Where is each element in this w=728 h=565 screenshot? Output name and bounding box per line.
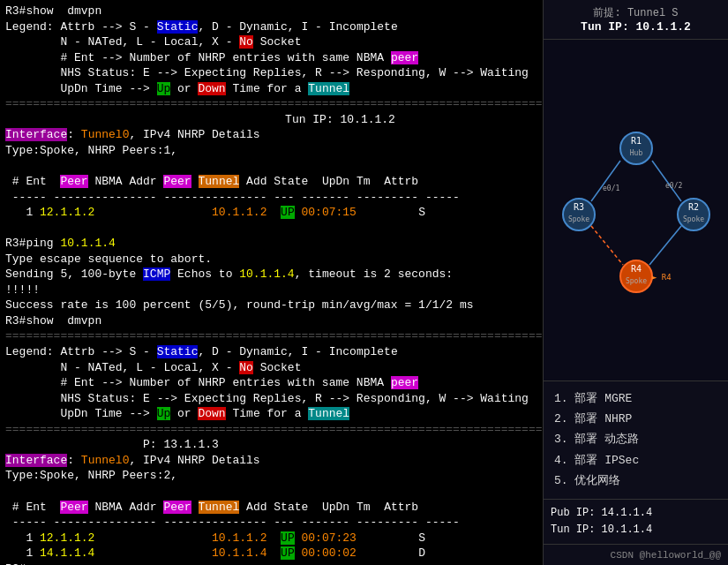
line-type1: Type:Spoke, NHRP Peers:1,: [5, 143, 537, 159]
svg-text:R2: R2: [687, 202, 698, 212]
line-header2: # Ent Peer NBMA Addr Peer Tunnel Add Sta…: [5, 500, 537, 516]
svg-text:R4: R4: [630, 264, 641, 274]
svg-text:Spoke: Spoke: [567, 215, 589, 223]
sidebar-bottom: Pub IP: 14.1.1.4 Tun IP: 10.1.1.4: [544, 499, 728, 544]
line-2: Legend: Attrb --> S - Static, D - Dynami…: [5, 19, 537, 35]
pub-ip: Pub IP: 14.1.1.4: [551, 505, 721, 522]
line-dashes1: ----- --------------- --------------- --…: [5, 190, 537, 206]
terminal: R3#show dmvpn Legend: Attrb --> S - Stat…: [0, 0, 543, 565]
line-blank2: [5, 221, 537, 237]
line-6: UpDn Time --> Up or Down Time for a Tunn…: [5, 81, 537, 97]
line-dots: !!!!!: [5, 282, 537, 298]
line-type2: Type:Spoke, NHRP Peers:2,: [5, 468, 537, 484]
svg-text:R1: R1: [630, 136, 641, 146]
line-legend2d: NHS Status: E --> Expecting Replies, R -…: [5, 391, 537, 407]
svg-text:Spoke: Spoke: [682, 215, 703, 223]
svg-line-15: [649, 226, 681, 265]
main-container: R3#show dmvpn Legend: Attrb --> S - Stat…: [0, 0, 728, 565]
line-4: # Ent --> Number of NHRP entries with sa…: [5, 50, 537, 66]
svg-line-12: [591, 161, 620, 201]
svg-text:e0/1: e0/1: [603, 185, 619, 192]
line-legend2a: Legend: Attrb --> S - Static, D - Dynami…: [5, 344, 537, 360]
sep1: ========================================…: [5, 96, 537, 112]
line-entry2a: 1 12.1.1.2 10.1.1.2 UP 00:07:23 S: [5, 531, 537, 546]
tun-ip: Tun IP: 10.1.1.2: [551, 20, 721, 34]
line-ping: R3#ping 10.1.1.4: [5, 236, 537, 252]
sidebar-top: 前提: Tunnel S Tun IP: 10.1.1.2: [544, 0, 728, 40]
svg-text:e0/2: e0/2: [665, 182, 682, 190]
line-prompt: R3#: [5, 561, 537, 565]
step-3: 3. 部署 动态路: [554, 429, 717, 449]
tunnel-label: 前提: Tunnel S: [551, 5, 721, 20]
step-5: 5. 优化网络: [554, 471, 717, 491]
step-2: 2. 部署 NHRP: [554, 409, 717, 429]
line-5: NHS Status: E --> Expecting Replies, R -…: [5, 65, 537, 81]
network-diagram: R1 Hub R3 Spoke R2 Spoke R4 Spoke: [544, 40, 728, 380]
line-show2: R3#show dmvpn: [5, 313, 537, 329]
line-blank3: [5, 484, 537, 500]
sep2: ========================================…: [5, 328, 537, 344]
sidebar: 前提: Tunnel S Tun IP: 10.1.1.2 R1 Hub R3 …: [543, 0, 728, 565]
line-legend2b: N - NATed, L - Local, X - No Socket: [5, 360, 537, 376]
line-legend2e: UpDn Time --> Up or Down Time for a Tunn…: [5, 406, 537, 422]
line-entry2b: 1 14.1.1.4 10.1.1.4 UP 00:00:02 D: [5, 546, 537, 561]
line-entry1: 1 12.1.1.2 10.1.1.2 UP 00:07:15 S: [5, 205, 537, 221]
svg-line-14: [591, 226, 623, 265]
line-sending: Sending 5, 100-byte ICMP Echos to 10.1.1…: [5, 267, 537, 282]
svg-text:R3: R3: [573, 202, 583, 212]
line-1: R3#show dmvpn: [5, 4, 537, 19]
svg-text:► R4: ► R4: [652, 273, 672, 282]
step-1: 1. 部署 MGRE: [554, 388, 717, 409]
line-blank1: [5, 158, 537, 174]
step-4: 4. 部署 IPSec: [554, 450, 717, 471]
tun-ip2: Tun IP: 10.1.1.4: [551, 522, 721, 539]
svg-text:Spoke: Spoke: [625, 277, 646, 285]
tun-header-1: Tun IP: 10.1.1.2: [5, 112, 537, 128]
line-dashes2: ----- --------------- --------------- --…: [5, 515, 537, 531]
line-3: N - NATed, L - Local, X - No Socket: [5, 34, 537, 50]
line-header1: # Ent Peer NBMA Addr Peer Tunnel Add Sta…: [5, 174, 537, 190]
line-iface1: Interface: Tunnel0, IPv4 NHRP Details: [5, 127, 537, 143]
line-iface2: Interface: Tunnel0, IPv4 NHRP Details: [5, 453, 537, 469]
sidebar-footer: CSDN @helloworld_@@: [544, 544, 728, 565]
sep3: ========================================…: [5, 422, 537, 438]
steps-list: 1. 部署 MGRE 2. 部署 NHRP 3. 部署 动态路 4. 部署 IP…: [544, 380, 728, 499]
svg-text:Hub: Hub: [629, 149, 642, 157]
credit-text: CSDN @helloworld_@@: [611, 550, 721, 561]
svg-line-13: [652, 161, 681, 201]
line-success: Success rate is 100 percent (5/5), round…: [5, 298, 537, 313]
network-svg: R1 Hub R3 Spoke R2 Spoke R4 Spoke: [552, 122, 720, 298]
line-escape: Type escape sequence to abort.: [5, 252, 537, 267]
tun-header-2: P: 13.1.1.3: [5, 437, 537, 453]
line-legend2c: # Ent --> Number of NHRP entries with sa…: [5, 375, 537, 391]
